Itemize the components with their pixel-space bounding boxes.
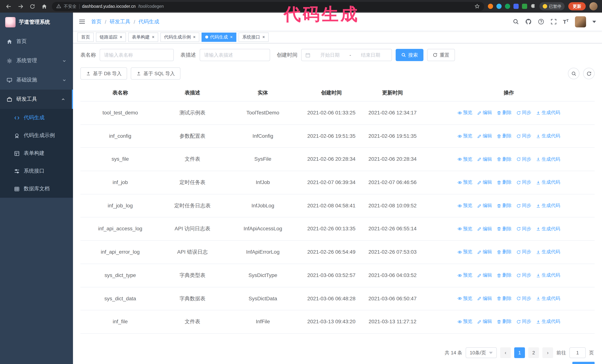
edit-link[interactable]: 编辑 [477,272,492,279]
browser-profile-avatar[interactable] [589,2,598,10]
home-icon[interactable] [40,2,48,10]
sync-link[interactable]: 同步 [516,272,531,279]
sync-link[interactable]: 同步 [516,156,531,163]
table-name-input[interactable] [100,49,174,61]
user-avatar[interactable] [575,16,586,27]
browser-update-button[interactable]: 更新 [568,2,586,10]
preview-link[interactable]: 预览 [458,225,472,233]
address-bar[interactable]: 不安全 dashboard.yudao.iocoder.cn /tool/cod… [52,2,484,11]
back-icon[interactable] [4,2,13,10]
generate-code-link[interactable]: 生成代码 [536,225,560,233]
sidebar-item-devtools[interactable]: 研发工具 [0,90,73,109]
generate-code-link[interactable]: 生成代码 [536,133,560,140]
breadcrumb-item[interactable]: 代码生成 [139,18,159,25]
edit-link[interactable]: 编辑 [477,133,492,140]
sync-link[interactable]: 同步 [516,318,531,325]
generate-code-link[interactable]: 生成代码 [536,318,560,325]
sidebar-toggle-icon[interactable] [79,19,85,25]
goto-page-input[interactable] [570,347,586,358]
sync-link[interactable]: 同步 [516,202,531,209]
chevron-down-icon[interactable] [592,20,596,23]
delete-link[interactable]: 删除 [497,109,512,116]
extension-icon[interactable] [488,4,493,9]
edit-link[interactable]: 编辑 [477,295,492,302]
next-page-button[interactable]: › [542,347,553,358]
forward-icon[interactable] [16,2,24,10]
preview-link[interactable]: 预览 [458,156,472,163]
extensions-puzzle-icon[interactable] [530,4,536,9]
generate-code-link[interactable]: 生成代码 [536,109,560,116]
sidebar-item-codegen-example[interactable]: 代码生成示例 [0,127,73,145]
sidebar-item-home[interactable]: 首页 [0,32,73,51]
tab-form-builder[interactable]: 表单构建× [128,32,158,42]
close-icon[interactable]: × [120,35,122,39]
delete-link[interactable]: 删除 [497,156,512,163]
sidebar-item-db-doc[interactable]: 数据库文档 [0,180,73,198]
help-icon[interactable] [538,19,544,25]
preview-link[interactable]: 预览 [458,133,472,140]
delete-link[interactable]: 删除 [497,225,512,233]
extension-icon[interactable] [522,4,527,9]
breadcrumb-item[interactable]: 首页 [91,18,101,25]
tab-system-api[interactable]: 系统接口× [239,32,269,42]
tab-paused-badge[interactable]: 已暂停 [539,2,565,10]
delete-link[interactable]: 删除 [497,202,512,209]
delete-link[interactable]: 删除 [497,249,512,256]
delete-link[interactable]: 删除 [497,272,512,279]
tab-home[interactable]: 首页 [77,32,94,42]
delete-link[interactable]: 删除 [497,133,512,140]
generate-code-link[interactable]: 生成代码 [536,295,560,302]
sidebar-item-codegen[interactable]: 代码生成 [0,109,73,127]
app-logo-row[interactable]: 芋道管理系统 [0,13,73,32]
breadcrumb-item[interactable]: 研发工具 [110,18,130,25]
prev-page-button[interactable]: ‹ [500,347,511,358]
preview-link[interactable]: 预览 [458,272,472,279]
extension-icon[interactable] [514,4,519,9]
generate-code-link[interactable]: 生成代码 [536,179,560,186]
sidebar-item-system[interactable]: 系统管理 [0,51,73,70]
search-icon[interactable] [513,19,519,25]
edit-link[interactable]: 编辑 [477,249,492,256]
preview-link[interactable]: 预览 [458,318,472,325]
tab-trace[interactable]: 链路追踪× [96,32,126,42]
extension-icon[interactable] [505,4,510,9]
sync-link[interactable]: 同步 [516,295,531,302]
github-icon[interactable] [525,19,531,25]
preview-link[interactable]: 预览 [458,109,472,116]
search-button[interactable]: 搜索 [396,49,423,61]
sync-link[interactable]: 同步 [516,109,531,116]
sidebar-item-form-builder[interactable]: 表单构建 [0,145,73,162]
tab-codegen-example[interactable]: 代码生成示例× [161,32,199,42]
preview-link[interactable]: 预览 [458,202,472,209]
preview-link[interactable]: 预览 [458,295,472,302]
toggle-search-button[interactable] [568,68,580,79]
refresh-table-button[interactable] [583,68,595,79]
import-sql-button[interactable]: 基于 SQL 导入 [131,67,181,80]
table-desc-input[interactable] [200,49,270,61]
edit-link[interactable]: 编辑 [477,318,492,325]
preview-link[interactable]: 预览 [458,179,472,186]
tab-codegen[interactable]: 代码生成× [202,32,236,42]
generate-code-link[interactable]: 生成代码 [536,156,560,163]
edit-link[interactable]: 编辑 [477,109,492,116]
bookmark-star-icon[interactable] [474,4,480,9]
extension-icon[interactable] [496,4,502,9]
sync-link[interactable]: 同步 [516,225,531,233]
close-icon[interactable]: × [230,35,233,39]
reload-icon[interactable] [28,2,36,10]
edit-link[interactable]: 编辑 [477,156,492,163]
generate-code-link[interactable]: 生成代码 [536,202,560,209]
sidebar-item-infra[interactable]: 基础设施 [0,70,73,90]
generate-code-link[interactable]: 生成代码 [536,249,560,256]
sidebar-item-system-api[interactable]: 系统接口 [0,162,73,180]
sync-link[interactable]: 同步 [516,249,531,256]
preview-link[interactable]: 预览 [458,249,472,256]
import-db-button[interactable]: 基于 DB 导入 [80,67,127,80]
close-icon[interactable]: × [193,35,196,39]
page-button-1[interactable]: 1 [514,347,525,358]
edit-link[interactable]: 编辑 [477,202,492,209]
create-time-range-picker[interactable]: 开始日期 - 结束日期 [301,49,392,61]
font-size-icon[interactable]: TT [563,19,569,25]
delete-link[interactable]: 删除 [497,179,512,186]
generate-code-link[interactable]: 生成代码 [536,272,560,279]
